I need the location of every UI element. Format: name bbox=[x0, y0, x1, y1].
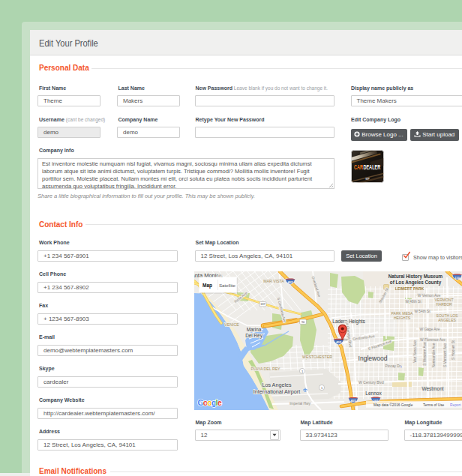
svg-text:W 54th St: W 54th St bbox=[414, 310, 430, 313]
svg-text:Inglewood: Inglewood bbox=[358, 355, 388, 362]
svg-text:W Century Blvd: W Century Blvd bbox=[358, 381, 384, 385]
svg-text:405: 405 bbox=[351, 399, 357, 403]
svg-text:S Western Ave: S Western Ave bbox=[423, 342, 427, 366]
svg-text:LEIMERT PARK: LEIMERT PARK bbox=[395, 286, 424, 291]
svg-text:S Hoover St: S Hoover St bbox=[452, 340, 455, 360]
svg-text:DEALER: DEALER bbox=[363, 163, 380, 172]
svg-text:Map: Map bbox=[202, 283, 212, 289]
svg-text:Lennox: Lennox bbox=[365, 391, 382, 396]
svg-text:HARBOR: HARBOR bbox=[436, 302, 452, 307]
svg-text:HEIGHTS: HEIGHTS bbox=[394, 316, 411, 320]
svg-text:110: 110 bbox=[454, 276, 460, 280]
svg-text:VENICE: VENICE bbox=[224, 322, 239, 327]
svg-text:Map data ©2016 Google: Map data ©2016 Google bbox=[374, 403, 413, 407]
svg-text:e: e bbox=[218, 399, 222, 407]
svg-text:Imperial Hwy: Imperial Hwy bbox=[290, 402, 310, 406]
svg-text:Van Ness Ave: Van Ness Ave bbox=[413, 340, 417, 363]
svg-text:Satellite: Satellite bbox=[219, 283, 236, 288]
svg-text:W Florence Ave: W Florence Ave bbox=[420, 338, 446, 342]
svg-text:ANGELES: ANGELES bbox=[438, 318, 456, 322]
svg-text:405: 405 bbox=[336, 340, 342, 344]
svg-text:Del Rey: Del Rey bbox=[245, 333, 263, 339]
svg-text:W 48th St: W 48th St bbox=[405, 300, 422, 304]
svg-text:Report a: Report a bbox=[450, 403, 462, 407]
svg-text:WESTCHESTER: WESTCHESTER bbox=[302, 355, 332, 359]
svg-text:Marina: Marina bbox=[247, 327, 262, 332]
svg-text:CAR: CAR bbox=[354, 163, 364, 172]
svg-text:W Gage Ave: W Gage Ave bbox=[420, 328, 440, 331]
svg-text:International Airport: International Airport bbox=[254, 388, 300, 395]
svg-text:WP: WP bbox=[365, 178, 370, 181]
svg-text:187: 187 bbox=[260, 303, 265, 306]
svg-text:MAR VISTA: MAR VISTA bbox=[263, 279, 284, 283]
svg-text:Natural History Museum: Natural History Museum bbox=[388, 274, 443, 280]
svg-text:PLAYA DEL REY: PLAYA DEL REY bbox=[250, 367, 280, 371]
svg-text:Terms of Use: Terms of Use bbox=[423, 403, 445, 407]
svg-text:90: 90 bbox=[302, 321, 304, 324]
svg-text:Los Angeles: Los Angeles bbox=[262, 382, 292, 388]
svg-text:Normandie Ave: Normandie Ave bbox=[432, 343, 436, 367]
svg-text:405: 405 bbox=[288, 280, 294, 284]
svg-text:S Vermont Ave: S Vermont Ave bbox=[443, 343, 447, 367]
svg-text:of Los Angeles County: of Los Angeles County bbox=[390, 280, 442, 286]
svg-text:Westmont: Westmont bbox=[422, 386, 443, 391]
svg-text:Pincay Dr: Pincay Dr bbox=[386, 364, 401, 368]
